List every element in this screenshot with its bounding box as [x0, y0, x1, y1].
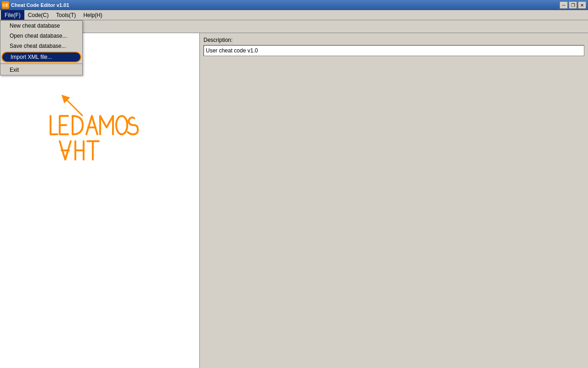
- window-title: Cheat Code Editor v1.01: [11, 2, 69, 8]
- menu-exit[interactable]: Exit: [0, 65, 82, 75]
- right-panel: Description: User cheat code v1.0: [200, 33, 588, 368]
- restore-button[interactable]: ❐: [569, 1, 577, 9]
- menu-help[interactable]: Help(H): [79, 10, 106, 20]
- menu-open-cheat-db[interactable]: Open cheat database...: [0, 31, 82, 41]
- menu-tools[interactable]: Tools(T): [52, 10, 79, 20]
- handwritten-text: [46, 107, 147, 163]
- title-bar: CE Cheat Code Editor v1.01 ─ ❐ ✕: [0, 0, 588, 10]
- arrow-annotation: [55, 93, 92, 122]
- description-value: User cheat code v1.0: [204, 45, 584, 56]
- menu-save-cheat-db[interactable]: Save cheat database...: [0, 41, 82, 51]
- menu-code[interactable]: Code(C): [24, 10, 52, 20]
- minimize-button[interactable]: ─: [560, 1, 568, 9]
- menu-bar: File(F) Code(C) Tools(T) Help(H) New che…: [0, 10, 588, 20]
- menu-import-xml[interactable]: Import XML file...: [1, 52, 81, 63]
- title-bar-buttons: ─ ❐ ✕: [560, 1, 586, 9]
- toolbar: [0, 20, 588, 33]
- main-container: Description: User cheat code v1.0: [0, 33, 588, 368]
- app-icon: CE: [2, 1, 9, 9]
- menu-file[interactable]: File(F): [1, 10, 24, 20]
- file-dropdown-menu: New cheat database Open cheat database..…: [0, 20, 83, 75]
- menu-new-cheat-db[interactable]: New cheat database: [0, 21, 82, 31]
- left-panel: [0, 33, 200, 368]
- menu-separator: [0, 63, 82, 64]
- title-bar-left: CE Cheat Code Editor v1.01: [2, 1, 69, 9]
- svg-point-8: [116, 116, 127, 134]
- close-button[interactable]: ✕: [578, 1, 586, 9]
- description-label: Description:: [204, 37, 584, 43]
